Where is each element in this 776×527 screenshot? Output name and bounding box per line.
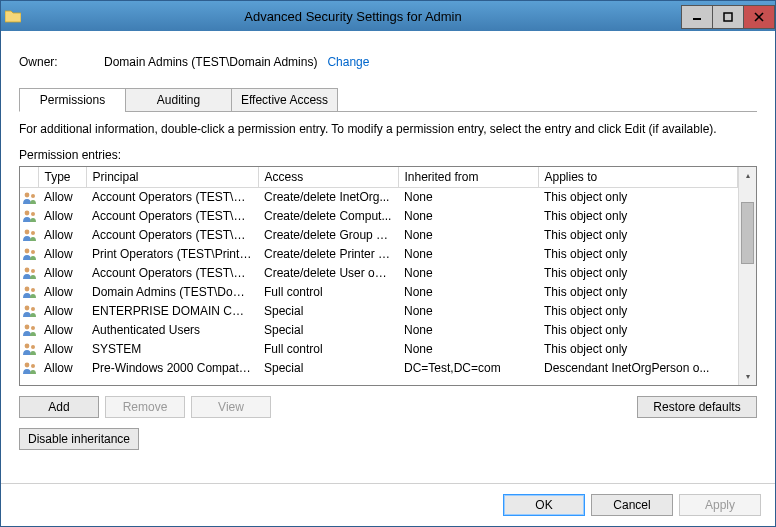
- table-row[interactable]: AllowDomain Admins (TEST\Dom...Full cont…: [20, 283, 738, 302]
- scroll-down-arrow-icon[interactable]: ▾: [739, 368, 756, 385]
- cell-type: Allow: [38, 359, 86, 378]
- table-row[interactable]: AllowSYSTEMFull controlNoneThis object o…: [20, 340, 738, 359]
- table-row[interactable]: AllowAccount Operators (TEST\Ac...Create…: [20, 207, 738, 226]
- cell-type: Allow: [38, 302, 86, 321]
- cell-access: Full control: [258, 340, 398, 359]
- dialog-buttons: OK Cancel Apply: [1, 483, 775, 526]
- cell-type: Allow: [38, 226, 86, 245]
- svg-point-19: [31, 326, 35, 330]
- tab-auditing[interactable]: Auditing: [125, 88, 232, 112]
- cell-principal: SYSTEM: [86, 340, 258, 359]
- cell-type: Allow: [38, 188, 86, 207]
- cell-access: Special: [258, 321, 398, 340]
- permission-listview[interactable]: Type Principal Access Inherited from App…: [19, 166, 757, 386]
- cell-principal: Account Operators (TEST\Ac...: [86, 264, 258, 283]
- group-icon: [20, 245, 38, 264]
- svg-point-20: [25, 344, 30, 349]
- close-button[interactable]: [743, 5, 775, 29]
- minimize-button[interactable]: [681, 5, 713, 29]
- col-access[interactable]: Access: [258, 167, 398, 188]
- cell-type: Allow: [38, 283, 86, 302]
- svg-point-16: [25, 306, 30, 311]
- cell-access: Create/delete Comput...: [258, 207, 398, 226]
- cell-access: Full control: [258, 283, 398, 302]
- ok-button[interactable]: OK: [503, 494, 585, 516]
- remove-button[interactable]: Remove: [105, 396, 185, 418]
- cell-inherited: None: [398, 264, 538, 283]
- cell-applies: This object only: [538, 188, 738, 207]
- svg-point-22: [25, 363, 30, 368]
- tab-permissions[interactable]: Permissions: [19, 88, 126, 112]
- cell-applies: This object only: [538, 340, 738, 359]
- window-frame: Advanced Security Settings for Admin Own…: [0, 0, 776, 527]
- svg-point-9: [31, 231, 35, 235]
- table-row[interactable]: AllowAccount Operators (TEST\Ac...Create…: [20, 264, 738, 283]
- group-icon: [20, 226, 38, 245]
- svg-point-10: [25, 249, 30, 254]
- view-button[interactable]: View: [191, 396, 271, 418]
- cell-type: Allow: [38, 264, 86, 283]
- scroll-up-arrow-icon[interactable]: ▴: [739, 167, 756, 184]
- cell-inherited: None: [398, 226, 538, 245]
- table-row[interactable]: AllowENTERPRISE DOMAIN CONT...SpecialNon…: [20, 302, 738, 321]
- svg-point-15: [31, 288, 35, 292]
- table-row[interactable]: AllowAuthenticated UsersSpecialNoneThis …: [20, 321, 738, 340]
- maximize-button[interactable]: [712, 5, 744, 29]
- client-area: Owner: Domain Admins (TEST\Domain Admins…: [1, 31, 775, 483]
- cell-applies: This object only: [538, 283, 738, 302]
- svg-point-21: [31, 345, 35, 349]
- svg-point-23: [31, 364, 35, 368]
- info-text: For additional information, double-click…: [19, 122, 757, 136]
- svg-point-11: [31, 250, 35, 254]
- cell-access: Create/delete User obj...: [258, 264, 398, 283]
- folder-icon: [1, 1, 25, 31]
- restore-defaults-button[interactable]: Restore defaults: [637, 396, 757, 418]
- window-controls: [681, 5, 775, 27]
- cell-inherited: None: [398, 321, 538, 340]
- cell-applies: This object only: [538, 226, 738, 245]
- cell-access: Create/delete InetOrg...: [258, 188, 398, 207]
- scroll-thumb[interactable]: [741, 202, 754, 264]
- owner-row: Owner: Domain Admins (TEST\Domain Admins…: [19, 55, 757, 69]
- group-icon: [20, 207, 38, 226]
- svg-point-12: [25, 268, 30, 273]
- table-row[interactable]: AllowAccount Operators (TEST\Ac...Create…: [20, 226, 738, 245]
- svg-point-6: [25, 211, 30, 216]
- scroll-track[interactable]: [739, 184, 756, 368]
- cell-applies: This object only: [538, 264, 738, 283]
- vertical-scrollbar[interactable]: ▴ ▾: [738, 167, 756, 385]
- cell-type: Allow: [38, 207, 86, 226]
- entries-label: Permission entries:: [19, 148, 757, 162]
- col-applies[interactable]: Applies to: [538, 167, 738, 188]
- table-row[interactable]: AllowAccount Operators (TEST\Ac...Create…: [20, 188, 738, 207]
- change-owner-link[interactable]: Change: [327, 55, 369, 69]
- cell-applies: Descendant InetOrgPerson o...: [538, 359, 738, 378]
- cell-principal: Account Operators (TEST\Ac...: [86, 226, 258, 245]
- column-header-row[interactable]: Type Principal Access Inherited from App…: [20, 167, 738, 188]
- disable-inheritance-button[interactable]: Disable inheritance: [19, 428, 139, 450]
- tab-effective-access[interactable]: Effective Access: [231, 88, 338, 112]
- svg-point-18: [25, 325, 30, 330]
- tabstrip: Permissions Auditing Effective Access: [19, 87, 757, 112]
- cell-inherited: None: [398, 283, 538, 302]
- group-icon: [20, 264, 38, 283]
- group-icon: [20, 359, 38, 378]
- col-type[interactable]: Type: [38, 167, 86, 188]
- svg-point-8: [25, 230, 30, 235]
- apply-button[interactable]: Apply: [679, 494, 761, 516]
- entry-buttons-row: Add Remove View Restore defaults: [19, 396, 757, 418]
- cell-inherited: DC=Test,DC=com: [398, 359, 538, 378]
- add-button[interactable]: Add: [19, 396, 99, 418]
- group-icon: [20, 283, 38, 302]
- group-icon: [20, 302, 38, 321]
- cell-inherited: None: [398, 340, 538, 359]
- table-row[interactable]: AllowPrint Operators (TEST\Print ...Crea…: [20, 245, 738, 264]
- tab-content: For additional information, double-click…: [19, 112, 757, 473]
- cancel-button[interactable]: Cancel: [591, 494, 673, 516]
- cell-applies: This object only: [538, 302, 738, 321]
- titlebar: Advanced Security Settings for Admin: [1, 1, 775, 31]
- col-inherited[interactable]: Inherited from: [398, 167, 538, 188]
- cell-principal: Pre-Windows 2000 Compatib...: [86, 359, 258, 378]
- table-row[interactable]: AllowPre-Windows 2000 Compatib...Special…: [20, 359, 738, 378]
- col-principal[interactable]: Principal: [86, 167, 258, 188]
